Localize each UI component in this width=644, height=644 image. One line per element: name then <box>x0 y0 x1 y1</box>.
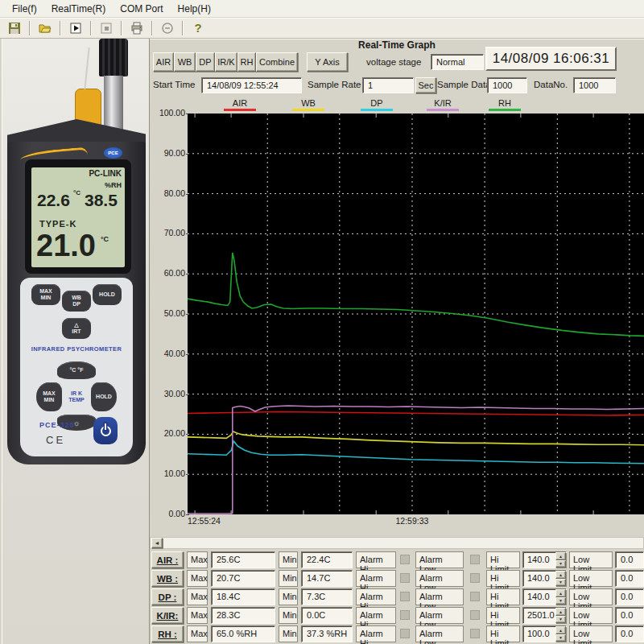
spin-up-icon[interactable]: ▲ <box>555 571 566 579</box>
low-limit-label-dp: Low Limit <box>569 588 613 605</box>
hi-limit-spinner-dp[interactable]: 140.0▲▼ <box>522 588 567 605</box>
legend-rh: RH <box>481 98 529 111</box>
low-limit-value-kir[interactable]: 0.0 <box>615 607 644 624</box>
hi-limit-value-rh[interactable]: 100.0 <box>523 626 555 642</box>
sample-data-input[interactable]: 1000 <box>487 77 527 93</box>
spin-down-icon[interactable]: ▼ <box>555 597 566 605</box>
help-icon[interactable]: ? <box>187 19 209 37</box>
row-button-rh[interactable]: RH : <box>151 625 184 642</box>
row-button-air[interactable]: AIR : <box>151 551 184 568</box>
menu-realtime[interactable]: RealTime(R) <box>44 1 114 17</box>
realtime-graph-panel: Real-Time Graph AIR WB DP IR/K RH Combin… <box>150 39 644 644</box>
spin-up-icon[interactable]: ▲ <box>555 552 566 560</box>
low-limit-value-air[interactable]: 0.0 <box>615 551 644 568</box>
hi-limit-spinner-kir[interactable]: 2501.0▲▼ <box>522 607 567 624</box>
menu-com-port[interactable]: COM Port <box>113 1 170 17</box>
row-button-wb[interactable]: WB : <box>151 570 184 587</box>
channel-button-wb[interactable]: WB <box>174 52 196 72</box>
stat-row-kir: K/IR:Max28.3CMin0.0CAlarm HiAlarm LowHi … <box>150 607 644 625</box>
channel-button-combine[interactable]: Combine <box>256 52 298 72</box>
print-icon[interactable] <box>126 19 148 37</box>
stat-row-rh: RH :Max65.0 %RHMin37.3 %RHAlarm HiAlarm … <box>150 625 644 644</box>
y-axis-button[interactable]: Y Axis <box>307 52 348 72</box>
channel-button-group: AIR WB DP IR/K RH Combine <box>153 52 298 72</box>
spin-up-icon[interactable]: ▲ <box>555 608 566 616</box>
open-icon[interactable] <box>34 19 56 37</box>
row-button-dp[interactable]: DP : <box>151 588 184 605</box>
legend-color-bar <box>224 109 256 111</box>
hi-limit-label-rh: Hi Limit <box>486 625 520 642</box>
low-limit-label-rh: Low Limit <box>569 625 613 642</box>
alarm-hi-indicator-wb <box>400 573 410 583</box>
hi-limit-spinner-wb[interactable]: 140.0▲▼ <box>522 570 567 587</box>
y-tick-label: 80.00 <box>150 188 185 198</box>
max-value-dp: 18.4C <box>211 588 275 605</box>
stat-row-dp: DP :Max18.4CMin7.3CAlarm HiAlarm LowHi L… <box>150 588 644 607</box>
lcd-humidity: 38.5 <box>85 191 118 210</box>
spinner-buttons: ▲▼ <box>555 608 566 623</box>
sample-data-label: Sample Data <box>437 80 490 89</box>
alarm-hi-indicator-air <box>400 555 410 564</box>
channel-button-dp[interactable]: DP <box>196 52 215 72</box>
sample-rate-input[interactable]: 1 <box>362 77 414 93</box>
legend-color-bar <box>427 109 459 111</box>
hi-limit-label-dp: Hi Limit <box>486 588 520 605</box>
max-value-wb: 20.7C <box>211 570 275 587</box>
alarm-low-label-dp: Alarm Low <box>415 588 464 605</box>
spin-up-icon[interactable]: ▲ <box>555 626 566 634</box>
alarm-low-indicator-rh <box>470 629 480 638</box>
humidity-probe <box>104 76 123 134</box>
ce-mark: CE <box>46 434 65 446</box>
y-tick-label: 100.00 <box>150 108 185 118</box>
scrollbar-left-arrow[interactable]: ◄ <box>151 538 163 548</box>
hi-limit-label-wb: Hi Limit <box>486 570 520 587</box>
key-ir-k-temp: IR K TEMP <box>64 384 89 410</box>
min-label-air: Min <box>279 551 298 568</box>
low-limit-value-rh[interactable]: 0.0 <box>615 625 644 642</box>
chart-scrollbar[interactable]: ◄ <box>150 537 644 549</box>
spinner-buttons: ▲▼ <box>555 626 566 642</box>
channel-button-irk[interactable]: IR/K <box>215 52 237 72</box>
menu-help[interactable]: Help(H) <box>171 1 218 17</box>
device-face: MAX MIN WB DP HOLD △ IRT INFRARED PSYCHR… <box>20 278 133 456</box>
min-value-rh: 37.3 %RH <box>301 625 353 642</box>
channel-button-rh[interactable]: RH <box>237 52 256 72</box>
spin-down-icon[interactable]: ▼ <box>555 560 566 568</box>
spin-up-icon[interactable]: ▲ <box>555 589 566 597</box>
low-limit-value-dp[interactable]: 0.0 <box>615 588 644 605</box>
lcd-main-value: 21.0 <box>36 229 96 263</box>
toolbar-separator <box>29 21 31 35</box>
alarm-hi-label-dp: Alarm Hi <box>356 588 396 605</box>
sec-button[interactable]: Sec <box>415 77 436 93</box>
y-tick-label: 20.00 <box>150 428 185 438</box>
datetime-display: 14/08/09 16:06:31 <box>485 47 617 71</box>
hi-limit-value-dp[interactable]: 140.0 <box>523 589 555 605</box>
hi-limit-label-kir: Hi Limit <box>486 607 520 624</box>
hi-limit-value-kir[interactable]: 2501.0 <box>523 608 555 623</box>
low-limit-value-wb[interactable]: 0.0 <box>615 570 644 587</box>
legend-wb: WB <box>284 98 332 111</box>
lcd-pc-link: PC-LINK <box>89 169 122 178</box>
max-value-rh: 65.0 %RH <box>211 625 275 642</box>
row-button-kir[interactable]: K/IR: <box>151 607 184 624</box>
hi-limit-spinner-air[interactable]: 140.0▲▼ <box>522 551 567 568</box>
max-label-dp: Max <box>187 588 208 605</box>
datano-value: 1000 <box>573 77 616 93</box>
disconnect-icon <box>156 19 179 37</box>
spin-down-icon[interactable]: ▼ <box>555 634 566 642</box>
start-icon[interactable] <box>64 19 87 37</box>
spin-down-icon[interactable]: ▼ <box>555 579 566 587</box>
alarm-low-label-rh: Alarm Low <box>415 625 464 642</box>
spin-down-icon[interactable]: ▼ <box>555 616 566 624</box>
channel-button-air[interactable]: AIR <box>153 52 174 72</box>
max-label-rh: Max <box>187 625 208 642</box>
legend-color-bar <box>489 109 521 111</box>
hi-limit-value-wb[interactable]: 140.0 <box>523 571 555 586</box>
save-icon[interactable] <box>3 19 26 37</box>
y-tick-label: 30.00 <box>150 389 185 398</box>
alarm-hi-label-kir: Alarm Hi <box>356 607 396 624</box>
alarm-low-label-wb: Alarm Low <box>415 570 464 587</box>
menu-file[interactable]: File(f) <box>5 1 44 17</box>
hi-limit-value-air[interactable]: 140.0 <box>523 552 555 568</box>
hi-limit-spinner-rh[interactable]: 100.0▲▼ <box>522 625 567 642</box>
